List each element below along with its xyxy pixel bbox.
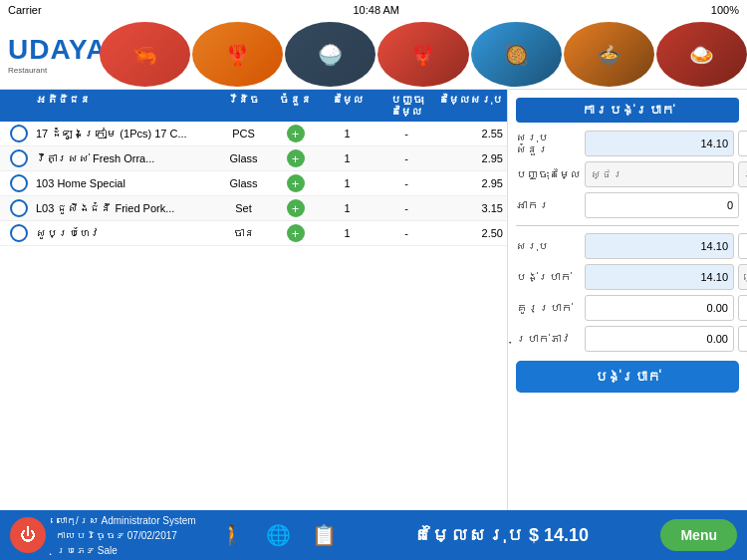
total-label: សរុប — [516, 240, 581, 252]
table-row[interactable]: វីតាស្រស់ Fresh Orra... Glass + 1 - 2.95 — [0, 146, 507, 171]
carrier-text: Carrier — [8, 4, 42, 16]
item-unit-5: ចាន — [216, 227, 271, 239]
payment-final-row: ប្រាក់ភាវ — [516, 326, 739, 352]
discount-percent-input[interactable] — [738, 161, 747, 187]
date-label: កាលបរិច្ចេទ — [56, 530, 124, 541]
tax-label: អាករ — [516, 199, 581, 211]
table-header: អតិថិជន វិនិច ចំនួន តម្លៃ បញ្ចុះតម្លៃ តម… — [0, 90, 507, 122]
payment-panel: ការបង់ប្រាក់ សរុបសំនួរ បញ្ចុះតម្លៃ អាករ … — [508, 90, 747, 510]
change-label: គូរប្រាក់ — [516, 302, 581, 314]
total-usd-input[interactable] — [585, 233, 734, 259]
final-khr-input[interactable] — [738, 326, 747, 352]
add-qty-btn-1[interactable]: + — [287, 125, 305, 142]
receive-khr-input[interactable] — [738, 264, 747, 290]
item-name-5: សូបប្រហែវ — [36, 227, 214, 239]
power-icon: ⏻ — [20, 526, 36, 544]
logo-area: UDAYA Restaurant — [0, 29, 100, 80]
table-row[interactable]: សូបប្រហែវ ចាន + 1 - 2.50 — [0, 221, 507, 246]
total-label: តម្លៃសរុប $ — [413, 525, 539, 545]
col-item: អតិថិជន — [36, 94, 214, 118]
item-name-2: វីតាស្រស់ Fresh Orra... — [36, 152, 214, 164]
payment-receive-row: បង់ប្រាក់ — [516, 264, 739, 290]
logo-sub: Restaurant — [8, 66, 92, 75]
food-image-1: 🦐 — [100, 22, 190, 87]
order-table-body: 17 ដំឡូងក្រៀម (1Pcs) 17 C... PCS + 1 - 2… — [0, 122, 507, 510]
payment-title: ការបង់ប្រាក់ — [516, 98, 739, 123]
row-checkbox-1[interactable] — [10, 125, 28, 142]
item-unit-2: Glass — [216, 152, 271, 164]
main-content: អតិថិជន វិនិច ចំនួន តម្លៃ បញ្ចុះតម្លៃ តម… — [0, 90, 747, 510]
globe-icon[interactable]: 🌐 — [262, 518, 296, 552]
food-image-5: 🥘 — [471, 22, 562, 87]
table-row[interactable]: 17 ដំឡូងក្រៀម (1Pcs) 17 C... PCS + 1 - 2… — [0, 122, 507, 146]
item-discount-3: - — [376, 177, 436, 189]
change-khr-input[interactable] — [738, 295, 747, 321]
food-image-2: 🦞 — [192, 22, 283, 87]
receive-usd-input[interactable] — [585, 264, 734, 290]
add-qty-btn-3[interactable]: + — [287, 174, 305, 192]
final-usd-input[interactable] — [585, 326, 734, 352]
power-button[interactable]: ⏻ — [10, 517, 46, 553]
col-unit: វិនិច — [216, 94, 271, 118]
logo-text: UDAYA — [8, 34, 92, 66]
item-qty-3: 1 — [320, 177, 374, 189]
food-image-4: 🦞 — [377, 22, 468, 87]
bottom-bar: ⏻ លោក/ស្រ Administrator System កាលបរិច្ច… — [0, 510, 747, 560]
item-discount-1: - — [376, 128, 436, 140]
col-discount: បញ្ចុះតម្លៃ — [376, 94, 436, 118]
item-qty-4: 1 — [320, 202, 374, 214]
subtotal-usd-input[interactable] — [585, 131, 734, 156]
add-qty-btn-5[interactable]: + — [287, 224, 305, 242]
change-usd-input[interactable] — [585, 295, 734, 321]
col-total: តម្លៃសរុប — [438, 94, 503, 118]
item-qty-5: 1 — [320, 227, 374, 239]
row-checkbox-2[interactable] — [10, 149, 28, 167]
receive-label: បង់ប្រាក់ — [516, 271, 581, 283]
type-label: ប្រភេទ — [56, 545, 95, 556]
tax-input[interactable] — [585, 192, 739, 218]
item-total-5: 2.50 — [438, 227, 503, 239]
bottom-icons: 🚶 🌐 📋 — [216, 518, 342, 552]
item-total-1: 2.55 — [438, 128, 503, 140]
item-unit-1: PCS — [216, 128, 271, 140]
subtotal-label: សរុបសំនួរ — [516, 132, 581, 155]
total-display: តម្លៃសរុប $ 14.10 — [352, 525, 651, 546]
username-value: Administrator System — [102, 515, 196, 526]
time-text: 10:48 AM — [354, 4, 399, 16]
user-info: លោក/ស្រ Administrator System កាលបរិច្ចេទ… — [56, 513, 196, 558]
menu-button[interactable]: Menu — [660, 519, 737, 551]
col-qty: ចំនួន — [273, 94, 318, 118]
order-panel: អតិថិជន វិនិច ចំនួន តម្លៃ បញ្ចុះតម្លៃ តម… — [0, 90, 508, 510]
payment-tax-row: អាករ — [516, 192, 739, 218]
item-discount-4: - — [376, 202, 436, 214]
item-total-3: 2.95 — [438, 177, 503, 189]
discount-fixed-input[interactable] — [585, 161, 734, 187]
add-qty-btn-4[interactable]: + — [287, 199, 305, 217]
row-checkbox-3[interactable] — [10, 174, 28, 192]
item-name-3: 103 Home Special — [36, 177, 214, 189]
table-row[interactable]: L03 ជូសីងជំនី Fried Pork... Set + 1 - 3.… — [0, 196, 507, 221]
separator-1 — [516, 225, 739, 226]
subtotal-khr-input[interactable] — [738, 131, 747, 156]
user-label: លោក/ស្រ — [56, 515, 99, 526]
add-qty-btn-2[interactable]: + — [287, 149, 305, 167]
item-qty-2: 1 — [320, 152, 374, 164]
row-checkbox-5[interactable] — [10, 224, 28, 242]
item-name-4: L03 ជូសីងជំនី Fried Pork... — [36, 202, 214, 214]
username-row: លោក/ស្រ Administrator System — [56, 513, 196, 528]
person-icon[interactable]: 🚶 — [216, 518, 250, 552]
status-bar: Carrier 10:48 AM 100% — [0, 0, 747, 20]
item-qty-1: 1 — [320, 128, 374, 140]
type-row: ប្រភេទ Sale — [56, 543, 196, 558]
discount-label: បញ្ចុះតម្លៃ — [516, 168, 581, 180]
final-label: ប្រាក់ភាវ — [516, 333, 581, 345]
table-row[interactable]: 103 Home Special Glass + 1 - 2.95 — [0, 171, 507, 196]
clipboard-icon[interactable]: 📋 — [308, 518, 342, 552]
row-checkbox-4[interactable] — [10, 199, 28, 217]
payment-change-row: គូរប្រាក់ — [516, 295, 739, 321]
food-image-6: 🍲 — [564, 22, 654, 87]
food-images-banner: 🦐 🦞 🍚 🦞 🥘 🍲 🍛 — [100, 20, 747, 90]
type-value: Sale — [98, 545, 118, 556]
pay-button[interactable]: បង់ប្រាក់ — [516, 361, 739, 393]
total-khr-input[interactable] — [738, 233, 747, 259]
